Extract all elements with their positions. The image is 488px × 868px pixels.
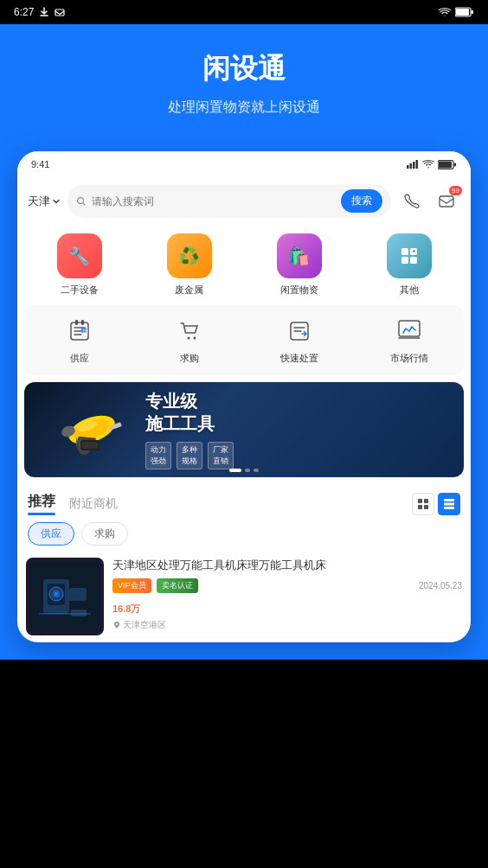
svg-rect-36: [418, 505, 422, 509]
grid-view-button[interactable]: [438, 493, 460, 515]
market-icon: [394, 316, 425, 347]
tabs-section: 推荐 附近商机: [17, 484, 471, 551]
battery-icon: [455, 7, 474, 17]
action-label-0: 供应: [70, 352, 89, 365]
location-button[interactable]: 天津: [28, 194, 61, 209]
svg-rect-9: [439, 161, 452, 168]
phone-mockup: 9:41: [0, 151, 488, 660]
action-label-3: 市场行情: [390, 352, 428, 365]
notification-icon: [55, 7, 65, 17]
phone-call-button[interactable]: [398, 188, 426, 215]
banner-tag-1: 多种规格: [177, 442, 202, 469]
banner-main-text: 专业级施工工具: [145, 390, 453, 435]
svg-rect-12: [440, 196, 453, 207]
categories-section: 🔧 二手设备 ♻️ 废金属 🛍️ 闲置物资: [17, 225, 471, 305]
phone-signal-icon: [407, 160, 419, 169]
message-badge: 99: [449, 186, 462, 195]
search-button[interactable]: 搜索: [341, 189, 382, 213]
price-value: 16.8万: [112, 603, 140, 614]
svg-rect-37: [424, 505, 428, 509]
other-icon: [387, 233, 432, 278]
status-right: [438, 7, 474, 17]
svg-rect-19: [75, 320, 78, 325]
category-label-2: 闲置物资: [280, 284, 318, 297]
location-text: 天津: [28, 194, 50, 209]
svg-rect-40: [444, 507, 454, 509]
tab-labels: 推荐 附近商机: [28, 493, 118, 515]
phone-status-bar: 9:41: [17, 151, 471, 177]
banner-tool-image: [31, 386, 135, 473]
svg-rect-26: [399, 321, 420, 336]
svg-rect-46: [69, 588, 87, 601]
banner-tags: 动力强劲 多种规格 厂家直销: [145, 442, 453, 469]
search-area: 天津 搜索: [17, 177, 471, 225]
product-info: 天津地区处理万能工具机床理万能工具机床 VIP会员 卖名认证 2024.05.2…: [112, 558, 462, 631]
list-view-button[interactable]: [412, 493, 434, 515]
phone-status-icons: [407, 160, 457, 169]
banner-tag-0: 动力强劲: [145, 442, 171, 469]
status-time: 6:27: [14, 6, 34, 18]
svg-text:供: 供: [82, 329, 88, 335]
message-button[interactable]: 99: [433, 188, 460, 215]
filter-supply[interactable]: 供应: [28, 522, 74, 546]
svg-rect-35: [424, 499, 428, 503]
svg-rect-39: [444, 503, 454, 506]
category-idle-goods[interactable]: 🛍️ 闲置物资: [244, 233, 354, 297]
svg-point-49: [116, 623, 118, 625]
category-scrap-metal[interactable]: ♻️ 废金属: [134, 233, 244, 297]
quick-actions-section: 供 供应 求购: [24, 305, 464, 375]
status-left: 6:27: [14, 6, 65, 18]
svg-rect-13: [401, 248, 408, 255]
banner-section[interactable]: 专业级施工工具 动力强劲 多种规格 厂家直销: [24, 382, 464, 477]
svg-rect-3: [472, 10, 474, 14]
drill-svg: [44, 395, 122, 464]
product-badges: VIP会员 卖名认证 2024.05.23: [112, 578, 462, 593]
filter-purchase[interactable]: 求购: [81, 522, 128, 546]
action-quick-dispose[interactable]: 快速处置: [244, 316, 354, 365]
category-used-equipment[interactable]: 🔧 二手设备: [24, 233, 134, 297]
svg-rect-7: [416, 160, 419, 169]
location-text: 天津空港区: [123, 619, 166, 631]
phone-battery-icon: [438, 160, 457, 169]
product-date: 2024.05.23: [419, 581, 462, 590]
action-supply[interactable]: 供 供应: [24, 316, 134, 365]
svg-rect-20: [81, 320, 84, 325]
svg-rect-5: [410, 163, 413, 169]
svg-rect-34: [418, 499, 422, 503]
app-title: 闲设通: [17, 50, 471, 88]
product-title: 天津地区处理万能工具机床理万能工具机床: [112, 558, 462, 573]
svg-rect-16: [410, 257, 417, 264]
purchase-icon: [174, 316, 205, 347]
action-market[interactable]: 市场行情: [354, 316, 464, 365]
action-label-1: 求购: [180, 352, 199, 365]
search-input[interactable]: [92, 195, 336, 207]
svg-rect-47: [71, 610, 87, 616]
action-purchase[interactable]: 求购: [134, 316, 244, 365]
tab-recommend[interactable]: 推荐: [28, 493, 55, 515]
tab-nearby[interactable]: 附近商机: [69, 496, 118, 512]
category-label-1: 废金属: [175, 284, 203, 297]
product-card[interactable]: 天津地区处理万能工具机床理万能工具机床 VIP会员 卖名认证 2024.05.2…: [26, 558, 462, 635]
svg-rect-38: [444, 499, 454, 501]
search-icon: [76, 196, 87, 207]
svg-rect-31: [82, 442, 98, 449]
category-label-0: 二手设备: [61, 284, 99, 297]
svg-rect-2: [456, 9, 469, 16]
search-bar[interactable]: 搜索: [67, 184, 391, 218]
dot-1: [245, 469, 250, 472]
product-image: [26, 558, 104, 635]
category-other[interactable]: 其他: [354, 233, 464, 297]
banner-text-area: 专业级施工工具 动力强劲 多种规格 厂家直销: [135, 382, 464, 477]
product-price: 16.8万: [112, 600, 462, 616]
scrap-metal-icon: ♻️: [167, 233, 212, 278]
banner-tag-2: 厂家直销: [208, 442, 234, 469]
banner-dots: [229, 469, 259, 472]
message-icon: [438, 193, 455, 210]
auth-badge: 卖名认证: [157, 578, 198, 593]
download-icon: [39, 7, 49, 17]
status-bar: 6:27: [0, 0, 488, 24]
app-subtitle: 处理闲置物资就上闲设通: [17, 99, 471, 117]
tabs-row: 推荐 附近商机: [28, 493, 460, 515]
phone-time: 9:41: [31, 159, 49, 169]
svg-point-24: [193, 337, 196, 340]
